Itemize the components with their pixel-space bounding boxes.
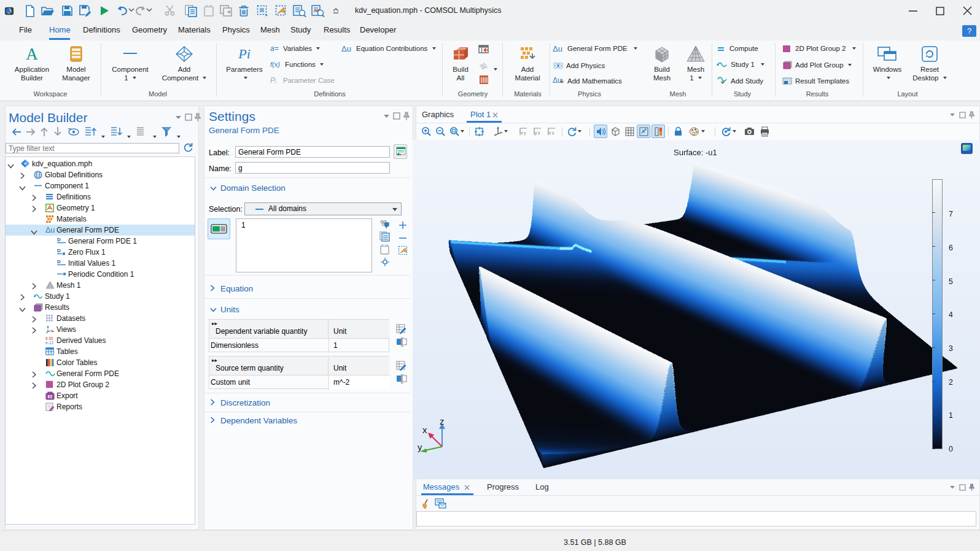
svg-text:8.85: 8.85 <box>45 336 53 341</box>
svg-text:y: y <box>524 131 526 136</box>
svg-text:y: y <box>418 442 422 452</box>
svg-text:y: y <box>535 131 537 136</box>
svg-text:Pi: Pi <box>238 46 251 61</box>
svg-text:x: x <box>521 131 523 135</box>
svg-text:e-12: e-12 <box>45 341 53 345</box>
svg-text:z: z <box>538 131 540 135</box>
svg-text:Δu: Δu <box>553 77 562 85</box>
svg-text:Δu: Δu <box>553 45 562 53</box>
svg-text:a=: a= <box>270 45 279 53</box>
svg-text:z: z <box>552 131 554 135</box>
svg-text:x: x <box>422 425 427 435</box>
svg-text:Δu: Δu <box>45 226 55 234</box>
svg-text:D: D <box>57 248 61 253</box>
svg-text:Pᵢ: Pᵢ <box>270 77 276 85</box>
svg-text:f(x): f(x) <box>270 61 280 68</box>
svg-text:Δu: Δu <box>341 45 351 53</box>
svg-text:D: D <box>57 237 61 242</box>
svg-text:JPG: JPG <box>49 396 54 399</box>
svg-text:z: z <box>440 418 445 426</box>
svg-text:x: x <box>549 131 551 135</box>
svg-text:A: A <box>26 45 38 63</box>
svg-text:D: D <box>57 259 61 264</box>
